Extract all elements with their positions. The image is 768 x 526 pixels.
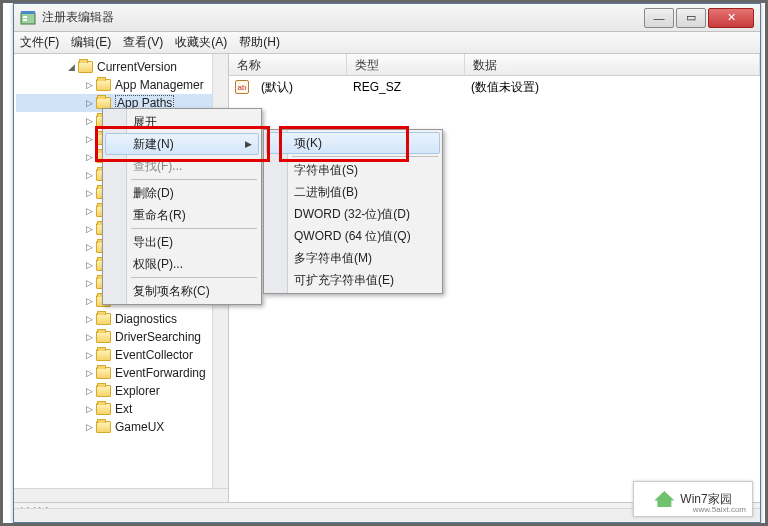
menu-help[interactable]: 帮助(H) (239, 34, 280, 51)
tree-node[interactable]: ▷EventForwarding (16, 364, 226, 382)
folder-icon (96, 331, 111, 343)
menu-item[interactable]: 可扩充字符串值(E) (266, 269, 440, 291)
expand-icon[interactable]: ▷ (84, 368, 94, 378)
expand-icon[interactable]: ▷ (84, 332, 94, 342)
menu-item[interactable]: 删除(D) (105, 182, 259, 204)
svg-rect-1 (21, 11, 35, 14)
window-title: 注册表编辑器 (42, 9, 644, 26)
column-type[interactable]: 类型 (347, 54, 465, 75)
value-type: REG_SZ (345, 80, 463, 94)
menu-item[interactable]: 二进制值(B) (266, 181, 440, 203)
expand-icon[interactable]: ▷ (84, 296, 94, 306)
expand-icon[interactable]: ▷ (84, 134, 94, 144)
value-name: (默认) (253, 79, 345, 96)
folder-icon (96, 367, 111, 379)
expand-icon[interactable]: ▷ (84, 278, 94, 288)
menu-item[interactable]: 重命名(R) (105, 204, 259, 226)
menu-separator (131, 277, 257, 278)
menu-separator (292, 156, 438, 157)
tree-node[interactable]: ▷Diagnostics (16, 310, 226, 328)
maximize-button[interactable]: ▭ (676, 8, 706, 28)
folder-icon (96, 421, 111, 433)
folder-icon (96, 385, 111, 397)
svg-rect-2 (23, 16, 27, 18)
folder-icon (96, 79, 111, 91)
menu-item[interactable]: 项(K) (266, 132, 440, 154)
expand-icon[interactable]: ▷ (84, 260, 94, 270)
tree-node[interactable]: ▷DriverSearching (16, 328, 226, 346)
watermark-icon (654, 491, 674, 507)
menu-item[interactable]: 导出(E) (105, 231, 259, 253)
tree-node-currentversion[interactable]: ◢ CurrentVersion (16, 58, 226, 76)
list-header: 名称 类型 数据 (229, 54, 760, 76)
folder-icon (96, 313, 111, 325)
tree-node[interactable]: ▷GameUX (16, 418, 226, 436)
submenu-arrow-icon: ▶ (245, 139, 252, 149)
menu-item[interactable]: 权限(P)... (105, 253, 259, 275)
expand-icon[interactable]: ▷ (84, 314, 94, 324)
titlebar[interactable]: 注册表编辑器 — ▭ ✕ (14, 4, 760, 32)
expand-icon[interactable]: ▷ (84, 98, 94, 108)
column-name[interactable]: 名称 (229, 54, 347, 75)
expand-icon[interactable]: ▷ (84, 116, 94, 126)
list-row-default[interactable]: ab (默认) REG_SZ (数值未设置) (229, 78, 760, 96)
window-controls: — ▭ ✕ (644, 8, 754, 28)
folder-icon (96, 349, 111, 361)
svg-rect-0 (21, 13, 35, 24)
menubar: 文件(F) 编辑(E) 查看(V) 收藏夹(A) 帮助(H) (14, 32, 760, 54)
menu-item[interactable]: 展开 (105, 111, 259, 133)
expand-icon[interactable]: ▷ (84, 422, 94, 432)
new-submenu: 项(K)字符串值(S)二进制值(B)DWORD (32-位)值(D)QWORD … (263, 129, 443, 294)
menu-item[interactable]: QWORD (64 位)值(Q) (266, 225, 440, 247)
tree-node[interactable]: ▷Ext (16, 400, 226, 418)
expand-icon[interactable]: ▷ (84, 224, 94, 234)
tree-node[interactable]: ▷Explorer (16, 382, 226, 400)
expand-icon[interactable]: ▷ (84, 404, 94, 414)
string-value-icon: ab (235, 80, 249, 94)
value-data: (数值未设置) (463, 79, 547, 96)
menu-file[interactable]: 文件(F) (20, 34, 59, 51)
watermark: Win7家园 www.5aixt.com (633, 481, 753, 517)
context-menu: 展开新建(N)▶查找(F)...删除(D)重命名(R)导出(E)权限(P)...… (102, 108, 262, 305)
expand-icon[interactable]: ▷ (84, 188, 94, 198)
minimize-button[interactable]: — (644, 8, 674, 28)
close-button[interactable]: ✕ (708, 8, 754, 28)
app-icon (20, 10, 36, 26)
menu-item[interactable]: 多字符串值(M) (266, 247, 440, 269)
folder-icon (78, 61, 93, 73)
svg-rect-3 (23, 19, 27, 21)
tree-horizontal-scrollbar[interactable] (14, 488, 228, 502)
expand-icon[interactable]: ▷ (84, 206, 94, 216)
menu-separator (131, 179, 257, 180)
menu-separator (131, 228, 257, 229)
folder-icon (96, 403, 111, 415)
menu-view[interactable]: 查看(V) (123, 34, 163, 51)
menu-item[interactable]: 新建(N)▶ (105, 133, 259, 155)
tree-node[interactable]: ▷EventCollector (16, 346, 226, 364)
expand-icon[interactable]: ▷ (84, 152, 94, 162)
expand-icon[interactable]: ▷ (84, 386, 94, 396)
watermark-url: www.5aixt.com (693, 505, 746, 514)
expand-icon[interactable]: ▷ (84, 80, 94, 90)
menu-item[interactable]: 查找(F)... (105, 155, 259, 177)
menu-item[interactable]: 复制项名称(C) (105, 280, 259, 302)
tree-node[interactable]: ▷App Managemer (16, 76, 226, 94)
menu-item[interactable]: 字符串值(S) (266, 159, 440, 181)
menu-favorites[interactable]: 收藏夹(A) (175, 34, 227, 51)
menu-edit[interactable]: 编辑(E) (71, 34, 111, 51)
expand-icon[interactable]: ▷ (84, 170, 94, 180)
column-data[interactable]: 数据 (465, 54, 760, 75)
expand-icon[interactable]: ▷ (84, 350, 94, 360)
collapse-icon[interactable]: ◢ (66, 62, 76, 72)
menu-item[interactable]: DWORD (32-位)值(D) (266, 203, 440, 225)
expand-icon[interactable]: ▷ (84, 242, 94, 252)
